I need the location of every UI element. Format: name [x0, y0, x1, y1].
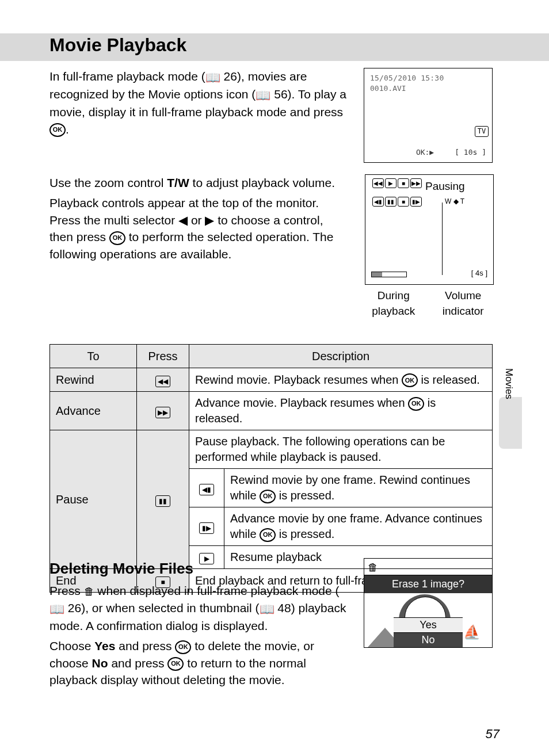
row-label-pause: Pause	[50, 430, 137, 569]
pause-desc: Pause playback. The following operations…	[189, 430, 493, 469]
stop-icon: ■	[398, 197, 409, 207]
frame-rewind-icon: ◀▮	[372, 197, 384, 207]
text: when displayed in full-frame playback mo…	[94, 584, 340, 597]
ok-icon: OK	[109, 231, 125, 245]
frame-advance-icon: ▮▶	[199, 522, 214, 534]
operations-table: To Press Description Rewind ◀◀ Rewind mo…	[49, 344, 493, 593]
zoom-paragraph: Use the zoom control T/W to adjust playb…	[49, 174, 349, 262]
book-icon: 📖	[205, 69, 220, 86]
text: and press	[115, 639, 175, 652]
ok-icon: OK	[260, 490, 276, 503]
deleting-p2: Choose Yes and press OK to delete the mo…	[49, 637, 348, 688]
col-press: Press	[137, 345, 189, 368]
tv-icon: TV	[475, 126, 489, 137]
erase-dialog-illustration: 🗑 Erase 1 image? ⛵ Yes No	[364, 558, 493, 648]
deleting-heading: Deleting Movie Files	[49, 558, 348, 579]
play-icon: ▶	[385, 178, 396, 188]
rewind-icon: ◀◀	[155, 376, 170, 387]
text: Use the zoom control	[49, 176, 167, 189]
intro-paragraph: In full-frame playback mode (📖 26), movi…	[49, 68, 348, 138]
ok-icon: OK	[402, 373, 418, 387]
text: to adjust playback volume.	[189, 176, 335, 189]
text: Press	[49, 584, 84, 597]
caption-volume-indicator: Volume indicator	[433, 288, 493, 319]
frame-rewind-icon: ◀▮	[199, 484, 214, 495]
no-bold: No	[92, 656, 108, 670]
rewind-icon: ◀◀	[372, 178, 384, 188]
row-label-advance: Advance	[50, 392, 137, 430]
text: is pressed.	[276, 528, 334, 540]
text: and press	[108, 656, 168, 670]
advance-icon: ▶▶	[410, 178, 422, 188]
text: Choose	[49, 639, 94, 652]
erase-option-no: No	[394, 632, 463, 647]
duration-label: [ 10s ]	[455, 147, 486, 158]
table-row: Pause ▮▮ Pause playback. The following o…	[50, 430, 493, 469]
tw-label: T/W	[167, 176, 189, 189]
side-tab-block	[499, 397, 522, 449]
caption-during-playback: During playback	[365, 288, 422, 319]
volume-indicator-line	[442, 203, 443, 275]
controls-screen-illustration: ◀◀ ▶ ■ ▶▶ Pausing ◀▮ ▮▮ ■ ▮▶ W ◆ T	[365, 174, 494, 285]
book-icon: 📖	[256, 87, 270, 104]
ok-icon: OK	[175, 640, 191, 654]
pause-icon: ▮▮	[385, 197, 396, 207]
page-number: 57	[486, 726, 500, 743]
stop-icon: ■	[398, 178, 409, 188]
text: is pressed.	[276, 489, 334, 502]
advance-icon: ▶▶	[155, 407, 170, 418]
progress-bar	[371, 272, 407, 277]
ok-icon: OK	[49, 123, 66, 137]
ok-icon: OK	[167, 657, 184, 671]
pausing-label: Pausing	[425, 179, 465, 194]
text: In full-frame playback mode (	[49, 70, 205, 83]
erase-title: Erase 1 image?	[364, 575, 492, 593]
frame-advance-icon: ▮▶	[410, 197, 422, 207]
erase-option-yes: Yes	[394, 617, 463, 632]
ok-icon: OK	[408, 397, 424, 411]
wt-label: W ◆ T	[445, 197, 464, 207]
trash-icon: 🗑	[368, 560, 378, 575]
text: Rewind movie. Playback resumes when	[195, 373, 402, 386]
book-icon: 📖	[260, 601, 274, 617]
pause-icon: ▮▮	[155, 495, 170, 507]
screen-timestamp: 15/05/2010 15:30	[370, 73, 444, 83]
table-row: Advance ▶▶ Advance movie. Playback resum…	[50, 392, 493, 430]
col-to: To	[50, 345, 137, 368]
yes-bold: Yes	[94, 639, 115, 652]
ok-play-label: OK:▶	[416, 147, 434, 158]
text: .	[66, 123, 69, 136]
time-label: [ 4s ]	[471, 268, 487, 278]
row-label-rewind: Rewind	[50, 368, 137, 392]
boat-icon: ⛵	[463, 623, 481, 642]
text: 26), or when selected in thumbnail (	[64, 601, 260, 614]
ok-icon: OK	[260, 528, 276, 542]
text: is released.	[418, 373, 480, 386]
col-description: Description	[189, 345, 493, 368]
playback-screen-illustration: 15/05/2010 15:30 0010.AVI TV OK:▶ [ 10s …	[364, 68, 493, 163]
table-row: Rewind ◀◀ Rewind movie. Playback resumes…	[50, 368, 493, 392]
side-tab-label: Movies	[502, 368, 516, 399]
deleting-p1: Press 🗑 when displayed in full-frame pla…	[49, 582, 348, 634]
page-title: Movie Playback	[49, 32, 186, 58]
book-icon: 📖	[49, 601, 64, 617]
text: Advance movie. Playback resumes when	[195, 396, 408, 409]
trash-icon: 🗑	[84, 585, 94, 599]
screen-filename: 0010.AVI	[370, 83, 406, 94]
